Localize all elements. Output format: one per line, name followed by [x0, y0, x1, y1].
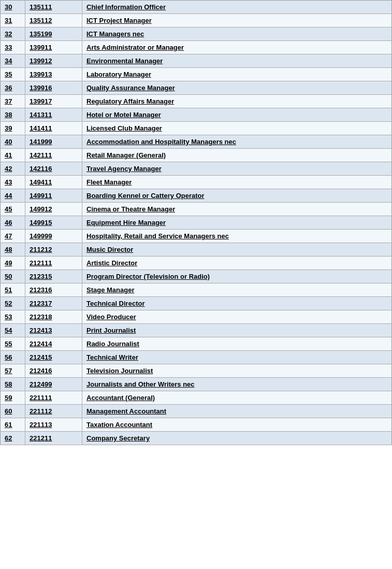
table-row: 43149411Fleet Manager [1, 176, 392, 189]
table-row: 35139913Laboratory Manager [1, 68, 392, 81]
row-number: 48 [1, 243, 25, 257]
table-row: 53212318Video Producer [1, 310, 392, 324]
row-number: 32 [1, 27, 25, 41]
table-row: 51212316Stage Manager [1, 283, 392, 297]
occupation-code: 135112 [25, 14, 82, 27]
table-row: 50212315Program Director (Television or … [1, 270, 392, 283]
row-number: 51 [1, 283, 25, 297]
occupation-title: Arts Administrator or Manager [82, 41, 392, 54]
table-row: 42142116Travel Agency Manager [1, 162, 392, 176]
row-number: 58 [1, 378, 25, 391]
occupation-table: 30135111Chief Information Officer3113511… [0, 0, 392, 445]
occupation-title: Stage Manager [82, 283, 392, 297]
occupation-code: 149911 [25, 189, 82, 203]
row-number: 55 [1, 337, 25, 351]
table-row: 47149999Hospitality, Retail and Service … [1, 230, 392, 243]
table-row: 31135112ICT Project Manager [1, 14, 392, 27]
occupation-title: ICT Managers nec [82, 27, 392, 41]
occupation-code: 135111 [25, 1, 82, 14]
table-row: 49212111Artistic Director [1, 257, 392, 270]
occupation-title: Hospitality, Retail and Service Managers… [82, 230, 392, 243]
occupation-code: 221112 [25, 405, 82, 418]
occupation-code: 212499 [25, 378, 82, 391]
row-number: 39 [1, 122, 25, 135]
table-row: 48211212Music Director [1, 243, 392, 257]
occupation-code: 212315 [25, 270, 82, 283]
occupation-code: 221111 [25, 391, 82, 405]
table-row: 59221111Accountant (General) [1, 391, 392, 405]
row-number: 52 [1, 297, 25, 310]
occupation-title: Regulatory Affairs Manager [82, 95, 392, 108]
occupation-title: Taxation Accountant [82, 418, 392, 432]
occupation-title: Laboratory Manager [82, 68, 392, 81]
occupation-code: 141311 [25, 108, 82, 122]
row-number: 44 [1, 189, 25, 203]
table-row: 38141311Hotel or Motel Manager [1, 108, 392, 122]
occupation-title: Radio Journalist [82, 337, 392, 351]
occupation-code: 149912 [25, 203, 82, 216]
occupation-title: Technical Director [82, 297, 392, 310]
occupation-code: 141999 [25, 135, 82, 149]
table-row: 56212415Technical Writer [1, 351, 392, 364]
row-number: 33 [1, 41, 25, 54]
table-row: 58212499Journalists and Other Writers ne… [1, 378, 392, 391]
table-row: 30135111Chief Information Officer [1, 1, 392, 14]
row-number: 46 [1, 216, 25, 230]
occupation-code: 139913 [25, 68, 82, 81]
table-row: 54212413Print Journalist [1, 324, 392, 337]
occupation-title: ICT Project Manager [82, 14, 392, 27]
occupation-code: 212414 [25, 337, 82, 351]
table-row: 52212317Technical Director [1, 297, 392, 310]
row-number: 47 [1, 230, 25, 243]
occupation-code: 139916 [25, 81, 82, 95]
row-number: 40 [1, 135, 25, 149]
occupation-title: Accommodation and Hospitality Managers n… [82, 135, 392, 149]
table-row: 32135199ICT Managers nec [1, 27, 392, 41]
occupation-code: 139912 [25, 54, 82, 68]
occupation-code: 139917 [25, 95, 82, 108]
row-number: 37 [1, 95, 25, 108]
row-number: 62 [1, 432, 25, 445]
table-row: 57212416Television Journalist [1, 364, 392, 378]
occupation-title: Quality Assurance Manager [82, 81, 392, 95]
occupation-code: 149411 [25, 176, 82, 189]
occupation-title: Equipment Hire Manager [82, 216, 392, 230]
occupation-title: Accountant (General) [82, 391, 392, 405]
occupation-title: Hotel or Motel Manager [82, 108, 392, 122]
occupation-code: 135199 [25, 27, 82, 41]
occupation-title: Fleet Manager [82, 176, 392, 189]
row-number: 50 [1, 270, 25, 283]
row-number: 54 [1, 324, 25, 337]
row-number: 30 [1, 1, 25, 14]
row-number: 34 [1, 54, 25, 68]
row-number: 61 [1, 418, 25, 432]
table-row: 33139911Arts Administrator or Manager [1, 41, 392, 54]
row-number: 59 [1, 391, 25, 405]
row-number: 56 [1, 351, 25, 364]
table-row: 40141999Accommodation and Hospitality Ma… [1, 135, 392, 149]
occupation-title: Print Journalist [82, 324, 392, 337]
occupation-code: 212413 [25, 324, 82, 337]
occupation-code: 221211 [25, 432, 82, 445]
occupation-title: Licensed Club Manager [82, 122, 392, 135]
occupation-title: Management Accountant [82, 405, 392, 418]
row-number: 57 [1, 364, 25, 378]
occupation-title: Music Director [82, 243, 392, 257]
table-row: 45149912Cinema or Theatre Manager [1, 203, 392, 216]
occupation-code: 212317 [25, 297, 82, 310]
table-row: 36139916Quality Assurance Manager [1, 81, 392, 95]
occupation-code: 149915 [25, 216, 82, 230]
table-row: 61221113Taxation Accountant [1, 418, 392, 432]
table-row: 60221112Management Accountant [1, 405, 392, 418]
table-row: 46149915Equipment Hire Manager [1, 216, 392, 230]
occupation-code: 212415 [25, 351, 82, 364]
row-number: 31 [1, 14, 25, 27]
occupation-title: Travel Agency Manager [82, 162, 392, 176]
occupation-title: Artistic Director [82, 257, 392, 270]
row-number: 38 [1, 108, 25, 122]
occupation-code: 221113 [25, 418, 82, 432]
occupation-title: Retail Manager (General) [82, 149, 392, 162]
table-row: 44149911Boarding Kennel or Cattery Opera… [1, 189, 392, 203]
row-number: 42 [1, 162, 25, 176]
row-number: 35 [1, 68, 25, 81]
